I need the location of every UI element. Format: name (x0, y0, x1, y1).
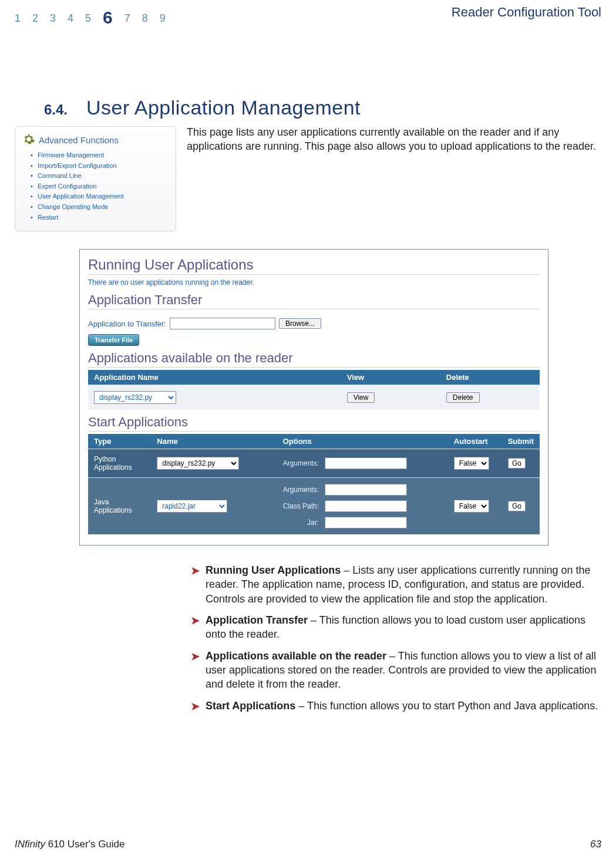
java-jar-label: Jar: (283, 518, 319, 527)
transfer-file-input[interactable] (170, 318, 275, 329)
adv-item[interactable]: Expert Configuration (32, 181, 169, 192)
adv-item[interactable]: Import/Export Configuration (32, 161, 169, 171)
python-arguments-input[interactable] (325, 457, 407, 469)
adv-item[interactable]: Restart (32, 213, 169, 223)
transfer-label: Application to Transfer: (88, 319, 166, 328)
available-heading: Applications available on the reader (88, 351, 540, 368)
delete-button[interactable]: Delete (446, 392, 480, 403)
table-row: display_rs232.py View Delete (88, 385, 540, 410)
col-type: Type (88, 434, 151, 449)
ch-4: 4 (68, 12, 75, 25)
desc-bold: Application Transfer (206, 614, 308, 626)
list-item: ➤ Start Applications – This function all… (191, 699, 601, 713)
ch-2: 2 (32, 12, 39, 25)
java-app-select[interactable]: rapid22.jar (157, 500, 227, 513)
col-submit: Submit (502, 434, 540, 449)
java-classpath-input[interactable] (325, 500, 407, 512)
running-note: There are no user applications running o… (88, 278, 540, 287)
ch-6-current: 6 (103, 8, 114, 28)
col-autostart: Autostart (448, 434, 502, 449)
java-arg-label: Arguments: (283, 486, 319, 494)
arrow-icon: ➤ (191, 649, 200, 692)
ch-1: 1 (15, 12, 22, 25)
arrow-icon: ➤ (191, 564, 200, 607)
table-row: Java Applications rapid22.jar Arguments:… (88, 478, 540, 535)
transfer-heading: Application Transfer (88, 292, 540, 309)
section-title: User Application Management (86, 96, 361, 119)
adv-item[interactable]: User Application Management (32, 191, 169, 202)
python-autostart-select[interactable]: False (454, 457, 489, 470)
advanced-functions-card: Advanced Functions Firmware Management I… (15, 126, 176, 231)
intro-text: This page lists any user applications cu… (187, 125, 601, 154)
adv-card-title: Advanced Functions (39, 135, 119, 145)
python-arg-label: Arguments: (283, 459, 319, 467)
start-heading: Start Applications (88, 415, 540, 432)
java-type: Java Applications (94, 498, 132, 514)
view-button[interactable]: View (347, 392, 375, 403)
desc-bold: Start Applications (206, 700, 295, 712)
java-go-button[interactable]: Go (508, 501, 526, 511)
ch-8: 8 (142, 12, 149, 25)
arrow-icon: ➤ (191, 699, 200, 713)
section-heading: 6.4. User Application Management (44, 96, 601, 119)
ch-3: 3 (50, 12, 57, 25)
ch-7: 7 (124, 12, 132, 25)
adv-item[interactable]: Change Operating Mode (32, 202, 169, 213)
col-delete: Delete (440, 370, 540, 385)
table-row: Python Applications display_rs232.py Arg… (88, 449, 540, 478)
app-panel: Running User Applications There are no u… (79, 249, 548, 546)
java-arguments-input[interactable] (325, 484, 407, 496)
footer-guide: 610 User's Guide (45, 839, 125, 850)
adv-item[interactable]: Firmware Management (32, 150, 169, 161)
page-number: 63 (590, 839, 601, 850)
python-app-select[interactable]: display_rs232.py (157, 457, 239, 470)
col-name: Name (151, 434, 277, 449)
arrow-icon: ➤ (191, 614, 200, 642)
col-options: Options (277, 434, 448, 449)
gear-icon (22, 133, 35, 147)
adv-item[interactable]: Command Line (32, 171, 169, 181)
col-view: View (341, 370, 440, 385)
app-select[interactable]: display_rs232.py (94, 391, 176, 404)
section-number: 6.4. (44, 102, 68, 117)
desc-bold: Running User Applications (206, 564, 341, 576)
description-list: ➤ Running User Applications – Lists any … (191, 563, 601, 713)
ch-9: 9 (160, 12, 167, 25)
list-item: ➤ Applications available on the reader –… (191, 649, 601, 692)
python-go-button[interactable]: Go (508, 458, 526, 469)
ch-5: 5 (85, 12, 92, 25)
java-autostart-select[interactable]: False (454, 500, 489, 513)
running-heading: Running User Applications (88, 257, 540, 275)
desc-text: – This function allows you to start Pyth… (295, 700, 598, 712)
desc-bold: Applications available on the reader (206, 650, 386, 662)
footer: INfinity 610 User's Guide 63 (15, 839, 601, 850)
browse-button[interactable]: Browse... (279, 318, 321, 329)
java-cp-label: Class Path: (283, 502, 319, 510)
transfer-file-button[interactable]: Transfer File (88, 334, 139, 346)
list-item: ➤ Running User Applications – Lists any … (191, 563, 601, 606)
java-jar-input[interactable] (325, 517, 407, 528)
footer-brand: INfinity (15, 839, 45, 850)
python-type: Python Applications (94, 455, 132, 472)
col-app-name: Application Name (88, 370, 341, 385)
page-header-title: Reader Configuration Tool (452, 5, 601, 20)
list-item: ➤ Application Transfer – This function a… (191, 613, 601, 642)
